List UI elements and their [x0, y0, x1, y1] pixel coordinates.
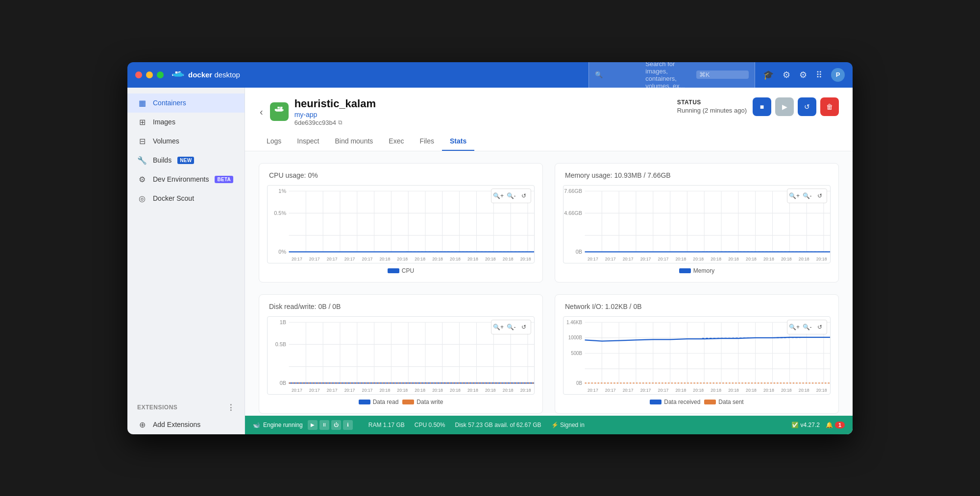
zoom-in-button[interactable]: 🔍+	[788, 321, 800, 333]
svg-text:20:18: 20:18	[450, 388, 461, 393]
search-icon: 🔍	[595, 71, 641, 78]
engine-status: 🐋 Engine running ▶ ⏸ ⏻ ℹ	[253, 420, 353, 430]
zoom-reset-button[interactable]: ↺	[518, 321, 530, 333]
engine-power-button[interactable]: ⏻	[331, 420, 341, 430]
delete-button[interactable]: 🗑	[820, 97, 839, 116]
sidebar-item-label: Images	[153, 118, 175, 126]
svg-text:20:18: 20:18	[432, 388, 443, 393]
svg-text:20:17: 20:17	[309, 388, 320, 393]
svg-text:20:18: 20:18	[799, 388, 809, 393]
minimize-button[interactable]	[146, 71, 153, 78]
avatar[interactable]: P	[831, 68, 845, 82]
add-extensions-icon: ⊕	[137, 420, 147, 429]
container-name: heuristic_kalam	[294, 97, 376, 110]
zoom-out-button[interactable]: 🔍-	[505, 321, 517, 333]
sidebar-item-add-extensions[interactable]: ⊕ Add Extensions	[127, 415, 245, 434]
learn-icon[interactable]: 🎓	[763, 70, 774, 80]
zoom-reset-button[interactable]: ↺	[518, 190, 530, 202]
svg-text:0B: 0B	[576, 248, 582, 254]
tab-bind-mounts[interactable]: Bind mounts	[327, 132, 381, 151]
memory-legend: Memory	[563, 267, 831, 274]
svg-text:4.66GB: 4.66GB	[564, 210, 582, 215]
zoom-reset-button[interactable]: ↺	[814, 190, 826, 202]
svg-text:1%: 1%	[278, 188, 286, 193]
network-received-legend-color	[650, 400, 662, 404]
builds-new-badge: NEW	[177, 157, 194, 164]
svg-rect-8	[277, 107, 280, 109]
disk-zoom-controls: 🔍+ 🔍- ↺	[491, 320, 531, 334]
titlebar: docker desktop 🔍 Search for images, cont…	[127, 62, 853, 88]
svg-rect-2	[175, 71, 178, 73]
disk-chart-title: Disk read/write:0B / 0B	[267, 303, 535, 310]
bell-icon: 🔔	[826, 422, 833, 428]
extensions-icon[interactable]: ⚙	[783, 70, 790, 80]
sidebar-item-volumes[interactable]: ⊟ Volumes	[127, 132, 245, 151]
svg-text:20:18: 20:18	[746, 388, 757, 393]
tab-stats[interactable]: Stats	[442, 132, 474, 151]
svg-text:20:18: 20:18	[675, 388, 686, 393]
sidebar-item-builds[interactable]: 🔧 Builds NEW	[127, 151, 245, 170]
svg-text:0.5%: 0.5%	[274, 210, 286, 215]
zoom-out-button[interactable]: 🔍-	[801, 321, 813, 333]
svg-text:20:18: 20:18	[675, 257, 686, 261]
tab-logs[interactable]: Logs	[259, 132, 289, 151]
sidebar: ▦ Containers ⊞ Images ⊟ Volumes 🔧 Builds…	[127, 88, 245, 434]
notification-bell[interactable]: 🔔 1	[826, 422, 845, 428]
settings-icon[interactable]: ⚙	[799, 70, 807, 80]
network-chart-area: 🔍+ 🔍- ↺ 1.46KB 1000	[563, 316, 831, 395]
network-received-legend-item: Data received	[650, 399, 700, 405]
version-badge: ✅ v4.27.2	[791, 422, 820, 428]
svg-text:20:18: 20:18	[415, 388, 425, 393]
sidebar-item-label: Add Extensions	[153, 421, 200, 428]
zoom-reset-button[interactable]: ↺	[814, 321, 826, 333]
back-button[interactable]: ‹	[259, 105, 264, 118]
status-label: STATUS	[677, 99, 747, 106]
svg-text:20:17: 20:17	[623, 388, 634, 393]
svg-text:20:17: 20:17	[605, 257, 616, 261]
volumes-icon: ⊟	[137, 137, 147, 146]
sidebar-item-images[interactable]: ⊞ Images	[127, 113, 245, 132]
zoom-out-button[interactable]: 🔍-	[801, 190, 813, 202]
grid-icon[interactable]: ⠿	[816, 70, 822, 80]
tab-files[interactable]: Files	[412, 132, 442, 151]
status-area: STATUS Running (2 minutes ago) ■ ▶ ↺ 🗑	[677, 97, 839, 116]
zoom-out-button[interactable]: 🔍-	[505, 190, 517, 202]
tab-inspect[interactable]: Inspect	[289, 132, 327, 151]
zoom-in-button[interactable]: 🔍+	[788, 190, 800, 202]
disk-stat: Disk 57.23 GB avail. of 62.67 GB	[455, 422, 541, 428]
network-legend: Data received Data sent	[563, 399, 831, 405]
close-button[interactable]	[135, 71, 142, 78]
search-placeholder: Search for images, containers, volumes, …	[645, 62, 692, 90]
svg-text:20:17: 20:17	[292, 388, 302, 393]
container-app-link[interactable]: my-app	[294, 111, 318, 118]
disk-chart-card: Disk read/write:0B / 0B 🔍+ 🔍- ↺	[259, 294, 543, 414]
sidebar-item-containers[interactable]: ▦ Containers	[127, 94, 245, 113]
docker-logo: docker desktop	[172, 68, 240, 82]
ram-stat: RAM 1.17 GB	[368, 422, 405, 428]
sidebar-item-docker-scout[interactable]: ◎ Docker Scout	[127, 189, 245, 208]
cpu-stat: CPU 0.50%	[415, 422, 445, 428]
zoom-in-button[interactable]: 🔍+	[492, 190, 504, 202]
titlebar-icons: 🎓 ⚙ ⚙ ⠿ P	[763, 68, 845, 82]
svg-text:20:18: 20:18	[763, 388, 774, 393]
engine-info-button[interactable]: ℹ	[343, 420, 353, 430]
stop-button[interactable]: ■	[753, 97, 771, 116]
svg-text:20:17: 20:17	[327, 388, 338, 393]
container-info: heuristic_kalam my-app 6de639cc93b4 ⧉	[294, 97, 376, 126]
maximize-button[interactable]	[157, 71, 164, 78]
disk-write-legend-color	[402, 400, 414, 404]
sidebar-item-dev-environments[interactable]: ⚙ Dev Environments BETA	[127, 170, 245, 189]
tab-exec[interactable]: Exec	[381, 132, 412, 151]
extensions-more-icon[interactable]: ⋮	[227, 403, 235, 412]
svg-text:20:18: 20:18	[503, 388, 514, 393]
engine-play-button[interactable]: ▶	[308, 420, 318, 430]
sidebar-item-label: Volumes	[153, 137, 179, 145]
svg-text:1000B: 1000B	[568, 335, 583, 340]
copy-id-button[interactable]: ⧉	[338, 119, 343, 126]
play-button[interactable]: ▶	[775, 97, 794, 116]
svg-text:20:18: 20:18	[450, 257, 461, 261]
zoom-in-button[interactable]: 🔍+	[492, 321, 504, 333]
restart-button[interactable]: ↺	[798, 97, 816, 116]
engine-pause-button[interactable]: ⏸	[319, 420, 329, 430]
cpu-legend-item: CPU	[388, 267, 414, 274]
